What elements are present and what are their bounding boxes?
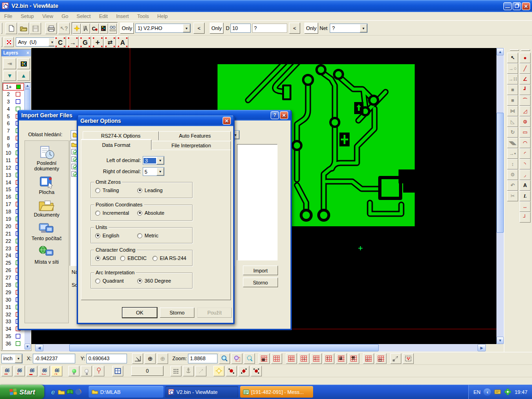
close-icon[interactable]: × (26, 50, 29, 55)
left-of-decimal-combo[interactable]: 3 ▼ (143, 156, 164, 165)
layers-scroll-thumb[interactable] (24, 89, 30, 111)
menu-view[interactable]: View (38, 13, 57, 19)
scroll-up-button[interactable]: ▲ (496, 48, 504, 55)
dialog-titlebar[interactable]: Gerber Options × (78, 115, 233, 126)
aperture-g-button[interactable]: G (79, 36, 91, 48)
aperture-arrow-button[interactable]: → (67, 36, 79, 48)
place-network[interactable]: Místa v síti (35, 245, 59, 265)
minimize-button[interactable]: — (503, 2, 512, 10)
layer-select-combo[interactable]: 1) V2.PHO ▼ (135, 24, 191, 33)
select-region-icon[interactable] (403, 353, 414, 364)
aperture-pattern-icon[interactable] (4, 37, 14, 47)
close-button[interactable]: × (522, 2, 530, 10)
menu-setup[interactable]: Setup (17, 13, 38, 19)
prev-net-button[interactable]: < (289, 23, 300, 34)
dimension-icon[interactable]: ↔ (520, 201, 531, 212)
fill-square-icon[interactable]: ■ (507, 85, 518, 95)
stretch-arrow-icon[interactable] (390, 353, 401, 364)
lamp-off-icon[interactable] (81, 366, 92, 376)
layer-row[interactable]: 35 (3, 332, 24, 340)
measure-icon[interactable] (81, 24, 90, 34)
relative-move-icon[interactable] (195, 366, 206, 376)
new-file-button[interactable] (6, 23, 17, 34)
quicklaunch-book-icon[interactable] (66, 388, 74, 396)
tab-auto-features[interactable]: Auto Features (159, 131, 231, 140)
chevron-down-icon[interactable]: ▼ (15, 354, 22, 363)
cut-icon[interactable]: ✂ (507, 191, 518, 201)
radio-ebcdic[interactable]: EBCDIC (120, 255, 147, 261)
view-dots-icon[interactable]: 66••• (1, 366, 12, 376)
open-file-button[interactable] (18, 23, 29, 34)
fill-square-2-icon[interactable]: ■ (507, 95, 518, 106)
aperture-text-button[interactable]: A (117, 36, 128, 48)
film-colors-icon[interactable] (99, 24, 108, 34)
scroll-right-button[interactable]: ▶ (478, 344, 486, 351)
scroll-up-button[interactable]: ▲ (24, 83, 30, 89)
aperture-cross-button[interactable]: + (92, 36, 103, 48)
radio-360-degree[interactable]: 360 Degree (137, 278, 171, 284)
radio-eia-rs244[interactable]: EIA RS-244 (152, 255, 186, 261)
label-icon[interactable]: L (520, 191, 531, 201)
language-indicator[interactable]: EN (473, 389, 480, 395)
draw-pad-icon[interactable]: ● (520, 53, 531, 63)
radio-quadrant[interactable]: Quadrant (95, 278, 124, 284)
pan-down-grid-icon[interactable]: ↓ (311, 353, 322, 364)
scroll-down-button[interactable]: ▼ (496, 337, 504, 344)
prev-layer-button[interactable]: < (193, 23, 205, 34)
settings-gear-icon[interactable]: ⚙ (507, 169, 518, 180)
tray-chevron-icon[interactable]: ‹ (484, 388, 491, 396)
view-highlight-icon[interactable]: 66⌐• (51, 366, 62, 376)
zoom-window-icon[interactable] (244, 353, 255, 364)
cancel-button[interactable]: Storno (160, 308, 194, 318)
tab-data-format[interactable]: Data Format (81, 139, 151, 150)
chevron-down-icon[interactable]: ▼ (360, 24, 367, 32)
grid-icon[interactable] (271, 353, 282, 364)
hscroll-thumb[interactable] (69, 344, 379, 351)
pan-right-grid-icon[interactable]: → (298, 353, 309, 364)
only-net-toggle[interactable]: Only (304, 23, 318, 34)
layer-film-button[interactable] (17, 58, 30, 69)
restore-button[interactable] (513, 2, 521, 10)
aperture-c-button[interactable]: C (54, 36, 66, 48)
grid-boxes-icon[interactable]: ◫ (375, 353, 387, 364)
help-button[interactable]: ? (271, 111, 279, 119)
scale-icon[interactable]: ◥◣ (507, 138, 518, 148)
place-documents[interactable]: Dokumenty (34, 199, 60, 218)
grid-box-icon[interactable]: □ (363, 353, 374, 364)
taskbar-task-mlab[interactable]: D:\MLAB (89, 386, 163, 398)
dcode-film-icon[interactable]: C (91, 24, 99, 34)
layer-move-up-button[interactable]: ▲ (17, 71, 30, 81)
draw-rect-icon[interactable]: ▭ (520, 127, 531, 138)
quicklaunch-ie-icon[interactable]: e (49, 388, 57, 396)
scroll-left-button[interactable]: ◀ (35, 344, 43, 351)
pan-up-grid-icon[interactable]: ↑ (323, 353, 334, 364)
pan-down2-grid-icon[interactable]: ⇊ (336, 353, 347, 364)
draw-arc3-icon[interactable]: ◝ (520, 159, 531, 169)
snap-pad-icon[interactable] (226, 366, 237, 376)
draw-arc2-icon[interactable]: ◜ (520, 148, 531, 159)
tray-card-icon[interactable] (494, 389, 501, 395)
menu-file[interactable]: File (0, 13, 17, 19)
scroll-down-button[interactable]: ▼ (24, 344, 30, 350)
toolbar-grip[interactable] (521, 49, 530, 51)
draw-arc1-icon[interactable]: ◠ (520, 138, 531, 148)
layer-color-swatch[interactable] (16, 92, 20, 97)
view-pads-icon[interactable]: 66▬ (26, 366, 37, 376)
grid-dots-icon[interactable] (170, 366, 181, 376)
layer-row[interactable]: 2 (3, 91, 24, 98)
radio-trailing[interactable]: Trailing (95, 187, 119, 193)
chevron-down-icon[interactable]: ▼ (157, 168, 164, 175)
taskbar-task-messenger[interactable]: [191-482-091] - Mess... (240, 386, 313, 398)
save-button[interactable] (30, 23, 41, 34)
layer-move-down-button[interactable]: ▼ (3, 71, 16, 81)
pan-up2-grid-icon[interactable]: ⇈ (348, 353, 359, 364)
chevron-down-icon[interactable]: ▼ (183, 24, 190, 32)
draw-corner2-icon[interactable]: ┘ (520, 212, 531, 223)
close-button[interactable]: × (223, 117, 231, 125)
canvas-hscrollbar[interactable]: ◀ ▶ (31, 344, 496, 352)
radio-english[interactable]: English (95, 233, 119, 238)
view-traces-icon[interactable]: 66•— (39, 366, 50, 376)
crosshair-target-icon[interactable]: ⊕ (145, 353, 156, 364)
canvas-vscrollbar[interactable]: ▲ ▼ (496, 48, 504, 344)
cancel-button[interactable]: Storno (243, 278, 278, 287)
